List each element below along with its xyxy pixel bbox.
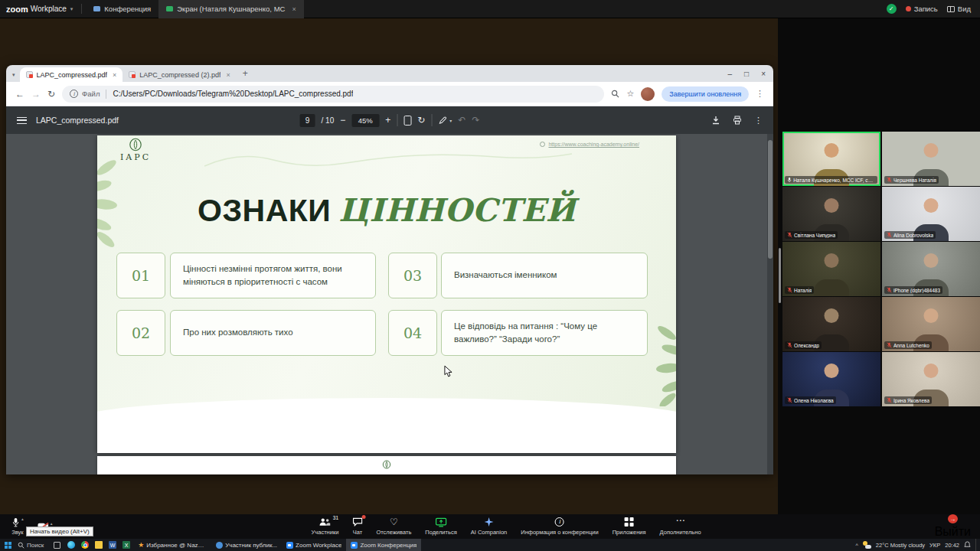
share-screen-button[interactable]: Поделиться: [418, 514, 463, 539]
bookmark-star-icon[interactable]: ☆: [626, 89, 634, 99]
participants-button[interactable]: 31 Участники: [305, 514, 346, 539]
window-label: Избранное @ Nazar...: [146, 542, 207, 549]
participant-tile[interactable]: Чершнява Наталія: [882, 132, 980, 186]
view-label: Вид: [958, 5, 971, 13]
participant-tile[interactable]: Ірина Яковлева: [882, 352, 980, 406]
taskbar-window-zoom-meeting[interactable]: Zoom Конференция: [346, 539, 421, 551]
profile-avatar[interactable]: [641, 87, 655, 101]
fit-page-icon[interactable]: [403, 116, 411, 126]
tab-shared-screen[interactable]: Экран (Наталя Кушнаренко, МС ×: [158, 0, 304, 18]
participant-tile[interactable]: iPhone (dgbr)484483: [882, 242, 980, 296]
squiggle-decoration: [204, 146, 572, 172]
apps-button[interactable]: Приложения: [606, 514, 653, 539]
clock[interactable]: 20:42: [945, 542, 959, 549]
participant-name-tag: Anna Lutchenko: [884, 341, 932, 349]
pdf-more-icon[interactable]: ⋮: [754, 116, 763, 126]
recording-indicator[interactable]: Запись: [906, 5, 938, 13]
browser-tab-inactive[interactable]: LAPC_compressed (2).pdf ×: [122, 67, 236, 82]
address-input[interactable]: i Файл C:/Users/PC/Downloads/Telegram%20…: [62, 86, 604, 103]
start-button[interactable]: [5, 542, 11, 549]
slide-link-text[interactable]: https://www.coaching-academy.online/: [548, 142, 639, 147]
recording-label: Запись: [914, 5, 938, 13]
rotate-icon[interactable]: ↻: [417, 116, 425, 125]
zoom-in-icon[interactable]: +: [385, 116, 390, 125]
slide-link[interactable]: https://www.coaching-academy.online/: [540, 142, 639, 147]
file-explorer-icon[interactable]: [95, 541, 103, 549]
security-shield-icon[interactable]: ✓: [887, 4, 897, 14]
close-icon[interactable]: ×: [761, 70, 766, 78]
reload-icon[interactable]: ↻: [47, 89, 55, 99]
new-tab-button[interactable]: +: [243, 68, 248, 79]
pdf-viewport[interactable]: IAPC https://www.coaching-academy.online…: [6, 134, 773, 474]
tab-close-icon[interactable]: ×: [292, 5, 296, 13]
edge-icon[interactable]: [67, 541, 75, 549]
participant-tile[interactable]: Світлана Чипурна: [782, 187, 880, 241]
zoom-out-icon[interactable]: −: [340, 116, 345, 125]
muted-mic-icon: [787, 342, 792, 348]
screen-share-icon: [166, 6, 173, 11]
participant-name: Ірина Яковлева: [893, 398, 929, 403]
back-icon[interactable]: ←: [15, 89, 24, 99]
finish-update-button[interactable]: Завершити оновлення: [662, 86, 749, 102]
annotate-icon[interactable]: [438, 116, 446, 125]
mic-icon: [11, 517, 20, 527]
chrome-icon[interactable]: [81, 541, 89, 549]
tab-search-icon[interactable]: ▾: [12, 72, 15, 78]
participant-tile[interactable]: Олена Ніколаєва: [782, 352, 880, 406]
chevron-down-icon[interactable]: ▾: [449, 118, 452, 123]
page-info-icon[interactable]: i: [70, 90, 78, 98]
undo-icon[interactable]: ↶: [458, 116, 466, 125]
ai-companion-button[interactable]: AI Companion: [464, 514, 514, 539]
minimize-icon[interactable]: –: [728, 70, 733, 78]
tray-expand-icon[interactable]: ^: [856, 543, 858, 548]
language-indicator[interactable]: УКР: [929, 542, 940, 549]
zoom-level[interactable]: 45%: [351, 114, 379, 127]
participant-name: Наталія: [794, 288, 812, 293]
forward-icon[interactable]: →: [31, 89, 41, 99]
participant-tile[interactable]: Alina Dobrovolska: [882, 187, 980, 241]
redo-icon[interactable]: ↷: [472, 116, 479, 125]
browser-tab-active[interactable]: LAPC_compressed.pdf ×: [20, 67, 123, 82]
chevron-up-icon[interactable]: ▴: [51, 522, 53, 527]
chevron-down-icon[interactable]: ▾: [70, 6, 74, 12]
chevron-up-icon[interactable]: ▴: [21, 517, 24, 522]
participant-tile[interactable]: Олександр: [782, 297, 880, 351]
browser-menu-icon[interactable]: ⋮: [756, 89, 764, 99]
zoom-title-bar: zoom Workplace ▾ Конференция Экран (Ната…: [0, 0, 980, 18]
more-button[interactable]: ⋯ Дополнительно: [653, 514, 708, 539]
maximize-icon[interactable]: □: [744, 70, 749, 78]
tab-meeting-label: Конференция: [104, 5, 151, 13]
excel-icon[interactable]: X: [122, 541, 130, 549]
notification-bell-icon[interactable]: [964, 541, 971, 549]
taskbar-window-zoom-workplace[interactable]: Zoom Workplace: [282, 539, 346, 551]
page-number-input[interactable]: 9: [300, 114, 315, 127]
weather-text[interactable]: 22°C Mostly cloudy: [876, 542, 925, 549]
tab-close-icon[interactable]: ×: [113, 71, 116, 79]
zoom-app-icon: [286, 542, 293, 549]
chat-button[interactable]: Чат: [345, 514, 369, 539]
participants-label: Участники: [312, 529, 339, 536]
participant-tile[interactable]: Anna Lutchenko: [882, 297, 980, 351]
task-view-icon[interactable]: [54, 542, 60, 549]
word-icon[interactable]: W: [109, 541, 116, 549]
follow-button[interactable]: ♡ Отслеживать: [369, 514, 418, 539]
tab-meeting[interactable]: Конференция: [86, 0, 158, 18]
muted-mic-icon: [887, 287, 892, 293]
scrollbar-thumb[interactable]: [768, 140, 773, 259]
view-button[interactable]: Вид: [947, 5, 971, 13]
print-icon[interactable]: [733, 116, 742, 125]
tab-close-icon[interactable]: ×: [226, 71, 230, 79]
participant-tile[interactable]: Наталія: [782, 242, 880, 296]
taskbar-window-participant[interactable]: Участник публик...: [211, 539, 282, 551]
taskbar-search[interactable]: Поиск: [11, 539, 50, 551]
leave-meeting-button[interactable]: → Выйти: [930, 514, 975, 539]
panel-scrollbar-thumb[interactable]: [779, 248, 781, 303]
download-icon[interactable]: [711, 116, 720, 125]
pdf-menu-icon[interactable]: [17, 117, 27, 124]
pdf-scrollbar[interactable]: [767, 134, 773, 474]
show-desktop-button[interactable]: [975, 539, 978, 551]
taskbar-window-favorites[interactable]: ★ Избранное @ Nazar...: [133, 539, 211, 551]
search-icon[interactable]: [611, 90, 619, 98]
participant-tile[interactable]: Наталя Кушнаренко, МСС ICF, співзас...: [782, 132, 880, 186]
meeting-info-button[interactable]: i Информация о конференции: [514, 514, 605, 539]
